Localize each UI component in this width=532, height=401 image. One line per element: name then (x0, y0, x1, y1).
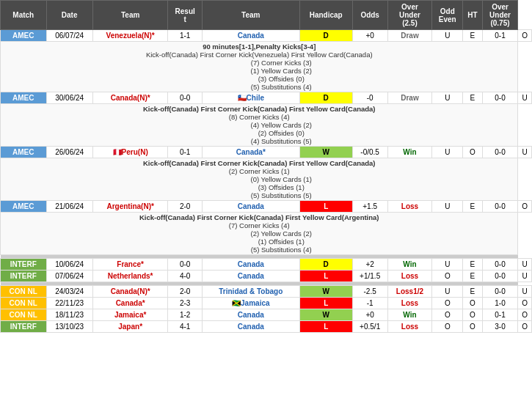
wdl-cell: W (299, 309, 352, 321)
result-cell: 4-1 (168, 321, 202, 333)
oe-cell: O (463, 298, 482, 309)
handicap-cell: +1/1.5 (352, 271, 387, 282)
ht-cell: 0-1 (482, 30, 518, 42)
result-cell: 2-3 (168, 298, 202, 309)
handicap-cell: +2 (352, 259, 387, 271)
oe-cell: O (463, 309, 482, 321)
wdl-cell: L (299, 298, 352, 309)
table-row: INTERF 13/10/23 Japan* 4-1 Canada L +0.5… (1, 321, 532, 333)
wdl-cell: D (299, 259, 352, 271)
col-result: Result (168, 1, 202, 30)
ou075-cell: O (518, 201, 532, 213)
ht-cell: 0-0 (482, 286, 518, 298)
team1-cell: Jamaica* (92, 309, 168, 321)
comp-label: CON NL (1, 309, 47, 321)
date-cell: 13/10/23 (46, 321, 92, 333)
col-ou075: OverUnder(0.75) (482, 1, 518, 30)
table-row: CON NL 22/11/23 Canada* 2-3 🇯🇲Jamaica L … (1, 298, 532, 309)
ou075-cell: U (518, 147, 532, 158)
team1-cell: Canada(N)* (92, 286, 168, 298)
ht-cell: 0-0 (482, 147, 518, 158)
team1-cell: Japan* (92, 321, 168, 333)
date-cell: 30/06/24 (46, 92, 92, 104)
wdl-cell: D (299, 30, 352, 42)
ht-cell: 0-0 (482, 92, 518, 104)
handicap-cell: +0 (352, 309, 387, 321)
table-row: AMEC 30/06/24 Canada(N)* 0-0 🇨🇱Chile D -… (1, 92, 532, 104)
ht-cell: 0-0 (482, 201, 518, 213)
odds-cell: Loss1/2 (387, 286, 432, 298)
odds-cell: Win (387, 147, 432, 158)
wdl-cell: L (299, 321, 352, 333)
detail-row: Kick-off(Canada) First Corner Kick(Canad… (1, 104, 532, 147)
col-match: Match (1, 1, 47, 30)
team1-cell: Venezuela(N)* (92, 30, 168, 42)
date-cell: 10/06/24 (46, 259, 92, 271)
handicap-cell: +1.5 (352, 201, 387, 213)
main-table: Match Date Team Result Team Handicap Odd… (0, 0, 532, 333)
wdl-cell: L (299, 201, 352, 213)
ou075-cell: O (518, 309, 532, 321)
comp-label: AMEC (1, 201, 47, 213)
ou075-cell: O (518, 30, 532, 42)
detail-row: 90 minutes[1-1],Penalty Kicks[3-4]Kick-o… (1, 42, 532, 92)
wdl-cell: D (299, 92, 352, 104)
odds-cell: Win (387, 309, 432, 321)
team2-cell: Canada (202, 321, 299, 333)
team2-cell: Canada (202, 201, 299, 213)
team1-cell: Canada(N)* (92, 92, 168, 104)
ou25-cell: O (432, 309, 463, 321)
ht-cell: 0-0 (482, 271, 518, 282)
odds-cell: Loss (387, 201, 432, 213)
handicap-cell: +0.5/1 (352, 321, 387, 333)
ou25-cell: U (432, 92, 463, 104)
detail-cell: Kick-off(Canada) First Corner Kick(Canad… (1, 104, 518, 147)
col-date: Date (46, 1, 92, 30)
oe-cell: E (463, 271, 482, 282)
team2-cell: Canada (202, 309, 299, 321)
comp-label: AMEC (1, 92, 47, 104)
table-row: INTERF 10/06/24 France* 0-0 Canada D +2 … (1, 259, 532, 271)
ou075-cell: U (518, 92, 532, 104)
ou25-cell: U (432, 259, 463, 271)
ou25-cell: O (432, 321, 463, 333)
odds-cell: Draw (387, 92, 432, 104)
ou25-cell: U (432, 147, 463, 158)
detail-row: Kick-off(Canada) First Corner Kick(Canad… (1, 158, 532, 201)
date-cell: 22/11/23 (46, 298, 92, 309)
table-row: CON NL 18/11/23 Jamaica* 1-2 Canada W +0… (1, 309, 532, 321)
ht-cell: 0-0 (482, 259, 518, 271)
col-odds: Odds (352, 1, 387, 30)
col-ou25: OverUnder(2.5) (387, 1, 432, 30)
comp-label: INTERF (1, 321, 47, 333)
wdl-cell: W (299, 147, 352, 158)
ht-cell: 1-0 (482, 298, 518, 309)
detail-cell: 90 minutes[1-1],Penalty Kicks[3-4]Kick-o… (1, 42, 518, 92)
team2-cell: 🇯🇲Jamaica (202, 298, 299, 309)
ou075-cell: U (518, 259, 532, 271)
col-handicap: Handicap (299, 1, 352, 30)
date-cell: 18/11/23 (46, 309, 92, 321)
team2-cell: Trinidad & Tobago (202, 286, 299, 298)
wdl-cell: W (299, 286, 352, 298)
oe-cell: E (463, 92, 482, 104)
oe-cell: E (463, 30, 482, 42)
result-cell: 1-2 (168, 309, 202, 321)
oe-cell: O (463, 321, 482, 333)
team1-cell: Canada* (92, 298, 168, 309)
table-row: INTERF 07/06/24 Netherlands* 4-0 Canada … (1, 271, 532, 282)
ou25-cell: U (432, 286, 463, 298)
oe-cell: E (463, 201, 482, 213)
result-cell: 1-1 (168, 30, 202, 42)
handicap-cell: -0 (352, 92, 387, 104)
col-team2: Team (202, 1, 299, 30)
comp-label: AMEC (1, 30, 47, 42)
oe-cell: E (463, 259, 482, 271)
detail-row: Kick-off(Canada) First Corner Kick(Canad… (1, 213, 532, 255)
date-cell: 21/06/24 (46, 201, 92, 213)
comp-label: INTERF (1, 271, 47, 282)
ht-cell: 0-1 (482, 309, 518, 321)
ou075-cell: O (518, 321, 532, 333)
comp-label: INTERF (1, 259, 47, 271)
odds-cell: Loss (387, 271, 432, 282)
